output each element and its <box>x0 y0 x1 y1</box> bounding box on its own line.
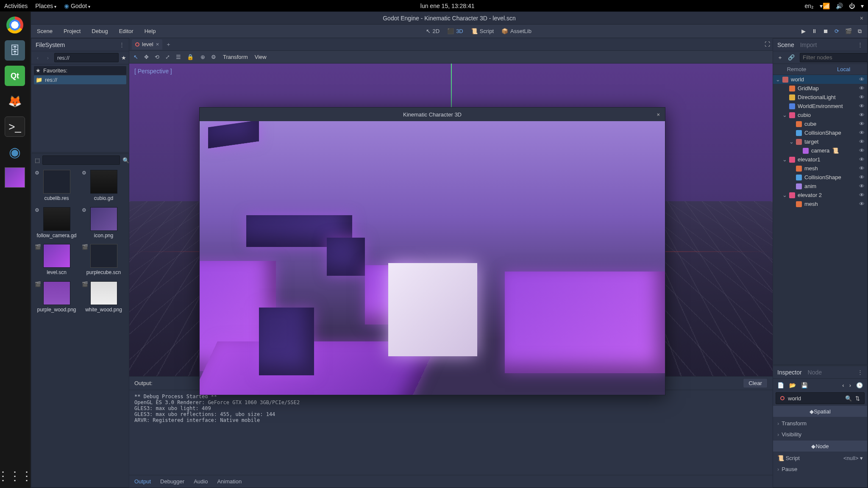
menu-editor[interactable]: Editor <box>119 28 134 34</box>
places-menu[interactable]: Places <box>35 3 56 9</box>
stop-button[interactable]: ⏹ <box>823 28 829 34</box>
scene-dock-menu[interactable]: ⋮ <box>857 42 863 48</box>
workspace-3d[interactable]: ⬛ 3D <box>447 28 463 34</box>
clock[interactable]: lun ene 15, 13:28:41 <box>90 3 805 9</box>
insp-new-icon[interactable]: 📄 <box>777 382 784 388</box>
move-tool[interactable]: ✥ <box>144 54 149 60</box>
file-item[interactable]: 🎬purplecube.scn <box>82 244 125 276</box>
tree-node[interactable]: mesh👁 <box>773 164 867 173</box>
rotate-tool[interactable]: ⟲ <box>155 54 159 60</box>
file-item[interactable]: ⚙follow_camera.gd <box>35 207 78 239</box>
lang-indicator[interactable]: en₂ <box>804 3 814 9</box>
inspector-tab[interactable]: Inspector <box>777 369 802 376</box>
list-tool[interactable]: ☰ <box>176 54 181 60</box>
render-button[interactable]: ⧉ <box>858 28 862 35</box>
tree-node[interactable]: ⌄world👁 <box>773 75 867 84</box>
snap-config[interactable]: ⚙ <box>211 54 216 60</box>
show-apps-button[interactable]: ⋮⋮⋮ <box>0 469 33 483</box>
fs-path-input[interactable]: res:// <box>54 53 119 62</box>
output-log[interactable]: ** Debug Process Started ** OpenGL ES 3.… <box>129 390 773 475</box>
files-launcher[interactable]: 🗄 <box>5 40 25 61</box>
godot-launcher[interactable]: ◉ <box>5 142 25 162</box>
qt-launcher[interactable]: Qt <box>5 66 25 86</box>
insp-props[interactable]: ⇅ <box>855 395 860 402</box>
new-scene-tab[interactable]: ＋ <box>166 41 171 48</box>
snap-tool[interactable]: ⊕ <box>200 54 205 60</box>
play-custom-button[interactable]: 🎬 <box>845 28 852 34</box>
tree-node[interactable]: CollisionShape👁 <box>773 173 867 182</box>
tree-node[interactable]: DirectionalLight👁 <box>773 93 867 102</box>
tree-node[interactable]: WorldEnvironment👁 <box>773 102 867 111</box>
tree-node[interactable]: anim👁 <box>773 182 867 191</box>
file-item[interactable]: 🎬purple_wood.png <box>35 281 78 313</box>
tree-node[interactable]: ⌄elevator1👁 <box>773 155 867 164</box>
transform-menu[interactable]: Transform <box>223 54 248 60</box>
insp-back[interactable]: ‹ <box>842 382 844 388</box>
play-button[interactable]: ▶ <box>801 28 806 34</box>
remote-tab[interactable]: Remote <box>773 66 820 72</box>
tree-node[interactable]: ⌄elevator 2👁 <box>773 191 867 200</box>
filter-nodes-input[interactable] <box>800 53 868 62</box>
insp-save-icon[interactable]: 💾 <box>801 382 808 388</box>
game-preview-window[interactable]: Kinematic Character 3D × <box>199 107 665 395</box>
fs-back-button[interactable]: ‹ <box>34 55 42 61</box>
fs-res-root[interactable]: 📁res:// <box>34 75 126 84</box>
fs-tree-toggle[interactable]: ⬚ <box>35 157 40 164</box>
clear-output-button[interactable]: Clear <box>743 378 768 388</box>
gimp-launcher[interactable]: 🦊 <box>5 91 25 111</box>
perspective-label[interactable]: [ Perspective ] <box>134 68 172 75</box>
import-dock-tab[interactable]: Import <box>800 42 817 48</box>
menu-scene[interactable]: Scene <box>37 28 53 34</box>
fs-forward-button[interactable]: › <box>44 55 52 61</box>
power-icon[interactable]: ⏻ <box>849 3 855 9</box>
menu-debug[interactable]: Debug <box>92 28 108 34</box>
add-node-button[interactable]: ＋ <box>777 54 783 61</box>
workspace-2d[interactable]: ↖ 2D <box>426 28 440 34</box>
file-item[interactable]: 🎬white_wood.png <box>82 281 125 313</box>
object-name[interactable]: world <box>788 395 842 402</box>
select-tool[interactable]: ↖ <box>134 54 138 60</box>
tab-animation[interactable]: Animation <box>217 478 242 485</box>
scene-tab-level[interactable]: level × <box>132 39 162 50</box>
fs-favorite-button[interactable]: ★ <box>121 55 126 61</box>
prop-transform[interactable]: ›Transform <box>773 418 867 429</box>
insp-history[interactable]: 🕓 <box>856 382 863 388</box>
running-window-thumb[interactable] <box>5 167 25 188</box>
insp-load-icon[interactable]: 📂 <box>789 382 796 388</box>
distraction-free-button[interactable]: ⛶ <box>765 41 770 47</box>
menu-help[interactable]: Help <box>145 28 156 34</box>
tree-node[interactable]: ⌄cubio👁 <box>773 111 867 119</box>
fs-filter-input[interactable] <box>42 155 120 165</box>
activities-button[interactable]: Activities <box>4 3 28 9</box>
menu-project[interactable]: Project <box>64 28 81 34</box>
scale-tool[interactable]: ⤢ <box>165 54 170 60</box>
app-menu[interactable]: ◉ Godot <box>64 3 90 9</box>
insp-fwd[interactable]: › <box>849 382 851 388</box>
prop-script[interactable]: 📜 Script<null> ▾ <box>773 452 867 463</box>
tree-node[interactable]: ⌄target👁 <box>773 137 867 146</box>
play-scene-button[interactable]: ⟳ <box>835 28 839 34</box>
view-menu[interactable]: View <box>255 54 267 60</box>
file-item[interactable]: 🎬level.scn <box>35 244 78 276</box>
file-item[interactable]: ⚙cubio.gd <box>82 170 125 202</box>
lock-tool[interactable]: 🔒 <box>187 54 194 60</box>
workspace-script[interactable]: 📜 Script <box>471 28 494 34</box>
game-window-close[interactable]: × <box>657 111 660 118</box>
network-icon[interactable]: ▾📶 <box>820 3 830 9</box>
window-close-button[interactable]: × <box>860 15 863 22</box>
game-viewport[interactable] <box>200 121 665 395</box>
filesystem-menu[interactable]: ⋮ <box>119 42 125 48</box>
node-tab[interactable]: Node <box>808 369 822 376</box>
scene-tab-close[interactable]: × <box>156 41 159 47</box>
system-menu[interactable]: ▾ <box>861 3 864 9</box>
prop-visibility[interactable]: ›Visibility <box>773 429 867 440</box>
terminal-launcher[interactable]: >_ <box>5 116 25 137</box>
volume-icon[interactable]: 🔊 <box>836 3 843 9</box>
scene-dock-tab[interactable]: Scene <box>777 42 794 48</box>
fs-search-icon[interactable]: 🔍 <box>122 157 129 164</box>
tree-node[interactable]: cube👁 <box>773 119 867 128</box>
chrome-launcher[interactable] <box>5 15 25 35</box>
tree-node[interactable]: GridMap👁 <box>773 84 867 93</box>
fs-favorites[interactable]: ★Favorites: <box>34 66 126 75</box>
file-item[interactable]: ⚙cubelib.res <box>35 170 78 202</box>
